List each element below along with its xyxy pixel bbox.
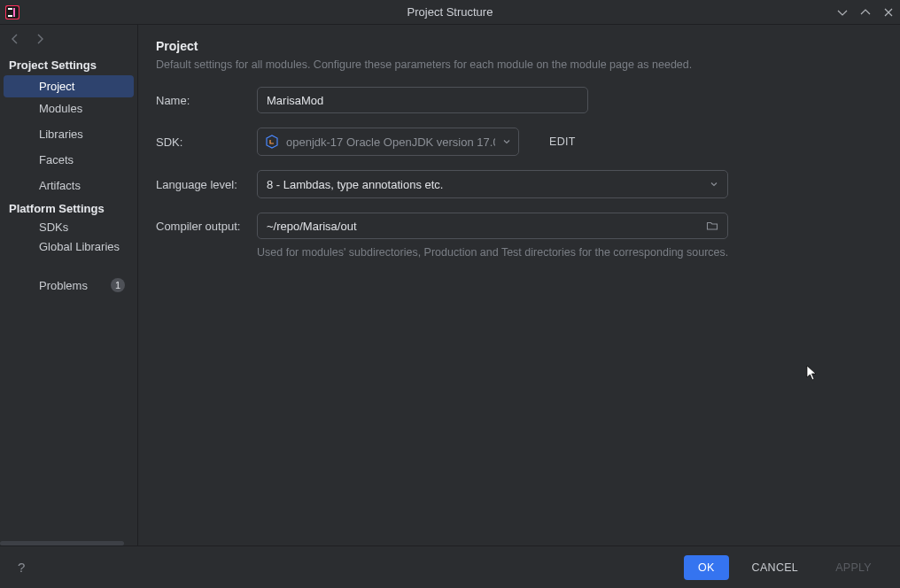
nav-forward-icon[interactable]	[34, 33, 46, 45]
ok-button[interactable]: OK	[684, 555, 729, 580]
compiler-output-input[interactable]	[267, 220, 699, 233]
sidebar-item-label: Global Libraries	[39, 240, 120, 253]
content-panel: Project Default settings for all modules…	[138, 25, 900, 545]
cancel-button[interactable]: CANCEL	[738, 555, 813, 580]
sidebar-item-project[interactable]: Project	[4, 75, 134, 97]
sidebar-item-label: Problems	[39, 279, 88, 292]
sdk-edit-button[interactable]: EDIT	[549, 135, 576, 148]
sidebar-item-label: Libraries	[39, 128, 83, 141]
apply-button: APPLY	[821, 555, 886, 580]
java-sdk-icon	[265, 135, 279, 149]
chevron-down-icon	[710, 178, 718, 191]
window-close-icon[interactable]	[881, 4, 896, 20]
language-level-text: 8 - Lambdas, type annotations etc.	[267, 178, 443, 191]
nav-back-icon[interactable]	[9, 33, 21, 45]
sidebar: Project Settings Project Modules Librari…	[0, 25, 138, 545]
svg-rect-3	[8, 15, 12, 17]
sidebar-item-label: Artifacts	[39, 179, 81, 192]
sidebar-item-problems[interactable]: Problems 1	[0, 274, 137, 297]
sdk-selected-text: openjdk-17 Oracle OpenJDK version 17.0.	[286, 135, 495, 149]
sidebar-item-artifacts[interactable]: Artifacts	[0, 174, 137, 197]
svg-rect-4	[13, 8, 15, 17]
sidebar-item-label: Project	[39, 80, 74, 93]
section-header-platform-settings: Platform Settings	[0, 197, 137, 219]
help-button[interactable]: ?	[18, 560, 25, 575]
svg-rect-2	[8, 8, 12, 10]
compiler-output-field[interactable]	[257, 213, 728, 239]
page-subtitle: Default settings for all modules. Config…	[156, 58, 879, 71]
sidebar-item-facets[interactable]: Facets	[0, 149, 137, 171]
page-title: Project	[156, 39, 879, 53]
dialog-footer: ? OK CANCEL APPLY	[0, 545, 900, 588]
compiler-output-label: Compiler output:	[156, 220, 257, 233]
sidebar-item-sdks[interactable]: SDKs	[0, 219, 137, 236]
language-level-label: Language level:	[156, 178, 257, 191]
chevron-down-icon	[502, 135, 511, 149]
sidebar-item-label: Modules	[39, 102, 82, 115]
section-header-project-settings: Project Settings	[0, 53, 137, 75]
sdk-label: SDK:	[156, 135, 257, 149]
sidebar-item-label: SDKs	[39, 220, 68, 234]
sidebar-item-global-libraries[interactable]: Global Libraries	[0, 236, 137, 258]
sidebar-scrollbar[interactable]	[0, 541, 124, 545]
app-icon	[5, 5, 19, 19]
sidebar-item-libraries[interactable]: Libraries	[0, 123, 137, 145]
window-title: Project Structure	[0, 5, 900, 19]
sidebar-item-label: Facets	[39, 153, 74, 166]
sdk-dropdown[interactable]: openjdk-17 Oracle OpenJDK version 17.0.	[257, 128, 519, 156]
language-level-dropdown[interactable]: 8 - Lambdas, type annotations etc.	[257, 170, 728, 198]
sidebar-item-modules[interactable]: Modules	[0, 97, 137, 120]
title-bar: Project Structure	[0, 0, 900, 25]
name-label: Name:	[156, 94, 257, 107]
problems-count-badge: 1	[111, 278, 125, 292]
folder-browse-icon[interactable]	[706, 220, 718, 232]
compiler-output-helper: Used for modules' subdirectories, Produc…	[257, 246, 879, 259]
project-name-input[interactable]	[257, 87, 588, 113]
window-maximize-icon[interactable]	[857, 4, 873, 20]
window-minimize-icon[interactable]	[834, 4, 850, 20]
